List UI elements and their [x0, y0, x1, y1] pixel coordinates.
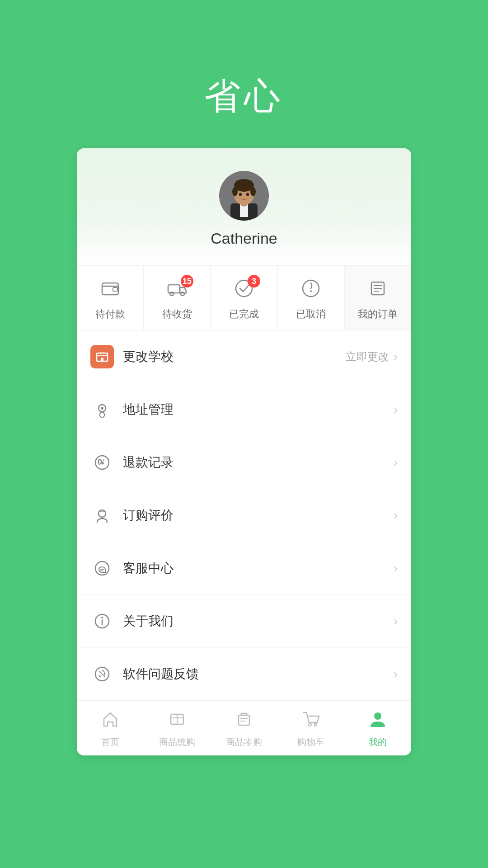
tab-completed[interactable]: 3 已完成	[211, 266, 277, 330]
chevron-icon: ›	[394, 614, 398, 628]
tab-completed-label: 已完成	[229, 307, 259, 321]
avatar[interactable]	[219, 171, 269, 221]
bulk-icon	[168, 710, 186, 732]
completed-badge: 3	[248, 275, 260, 288]
svg-point-42	[99, 675, 101, 677]
menu-item-feedback[interactable]: 软件问题反馈 ›	[77, 648, 411, 700]
menu-about-label: 关于我们	[123, 613, 394, 630]
svg-point-49	[309, 723, 311, 726]
svg-rect-11	[102, 283, 118, 295]
nav-mine[interactable]: 我的	[344, 701, 411, 755]
review-icon	[90, 504, 114, 527]
list-icon	[368, 278, 388, 303]
info-icon	[90, 609, 114, 633]
nav-bulk[interactable]: 商品统购	[144, 701, 211, 755]
menu-change-school-label: 更改学校	[123, 348, 346, 365]
svg-point-7	[232, 187, 238, 196]
menu-service-label: 客服中心	[123, 560, 394, 577]
menu-item-service[interactable]: 客服中心 ›	[77, 542, 411, 595]
app-title: 省心	[204, 72, 284, 121]
menu-item-refund[interactable]: ¥ 退款记录 ›	[77, 436, 411, 489]
menu-refund-label: 退款记录	[123, 454, 394, 471]
nav-home-label: 首页	[101, 736, 119, 748]
nav-retail-label: 商品零购	[226, 736, 262, 748]
nav-cart[interactable]: 购物车	[277, 701, 344, 755]
chevron-icon: ›	[394, 508, 398, 523]
menu-item-change-school[interactable]: 更改学校 立即更改 ›	[77, 330, 411, 383]
menu-item-about[interactable]: 关于我们 ›	[77, 595, 411, 648]
menu-address-label: 地址管理	[123, 401, 394, 418]
menu-change-school-action: 立即更改	[346, 349, 389, 364]
order-tabs: 待付款 15 待收货	[77, 265, 411, 330]
checkmark-icon: 3	[234, 278, 254, 303]
profile-header: Catherine	[77, 148, 411, 265]
person-icon	[369, 710, 387, 732]
svg-point-39	[101, 617, 103, 618]
svg-rect-14	[168, 285, 180, 293]
tab-my-orders-label: 我的订单	[358, 307, 398, 321]
tab-pending-payment-label: 待付款	[95, 307, 125, 321]
svg-rect-12	[113, 288, 117, 291]
menu-review-label: 订购评价	[123, 507, 394, 524]
svg-point-51	[374, 712, 381, 720]
menu-section: 更改学校 立即更改 › 地址管理 › ¥	[77, 330, 411, 700]
svg-point-30	[101, 407, 103, 410]
chevron-icon: ›	[394, 402, 398, 417]
svg-point-9	[239, 193, 242, 196]
menu-item-address[interactable]: 地址管理 ›	[77, 383, 411, 436]
chevron-icon: ›	[394, 455, 398, 470]
tab-cancelled[interactable]: 已取消	[278, 266, 345, 330]
cancel-icon	[301, 278, 321, 303]
school-icon	[90, 345, 114, 368]
svg-point-10	[246, 193, 249, 196]
username: Catherine	[211, 230, 277, 247]
svg-point-8	[250, 187, 256, 196]
chevron-icon: ›	[394, 667, 398, 681]
svg-point-34	[95, 561, 109, 575]
main-card: Catherine 待付款	[77, 148, 411, 755]
bottom-nav: 首页 商品统购 商品零购	[77, 700, 411, 755]
svg-point-50	[314, 723, 317, 726]
menu-item-review[interactable]: 订购评价 ›	[77, 489, 411, 542]
tab-pending-delivery-label: 待收货	[162, 307, 192, 321]
truck-icon: 15	[167, 278, 187, 303]
svg-rect-46	[239, 715, 249, 725]
location-icon	[90, 398, 114, 421]
tab-pending-delivery[interactable]: 15 待收货	[144, 266, 211, 330]
refund-icon: ¥	[90, 451, 114, 474]
service-icon	[90, 557, 114, 580]
home-icon	[101, 710, 119, 732]
nav-mine-label: 我的	[369, 736, 387, 748]
chevron-icon: ›	[394, 349, 398, 364]
tab-my-orders[interactable]: 我的订单	[345, 266, 411, 330]
nav-bulk-label: 商品统购	[159, 736, 195, 748]
nav-cart-label: 购物车	[297, 736, 324, 748]
nav-home[interactable]: 首页	[77, 701, 144, 755]
svg-point-15	[170, 292, 174, 296]
wallet-icon	[100, 278, 120, 303]
feedback-icon	[90, 662, 114, 686]
tab-cancelled-label: 已取消	[296, 307, 326, 321]
nav-retail[interactable]: 商品零购	[211, 701, 277, 755]
svg-point-16	[181, 292, 184, 296]
svg-rect-28	[101, 358, 103, 361]
retail-icon	[235, 710, 253, 732]
chevron-icon: ›	[394, 561, 398, 576]
menu-change-school-right: 立即更改 ›	[346, 349, 398, 364]
tab-pending-payment[interactable]: 待付款	[77, 266, 144, 330]
svg-point-19	[310, 290, 312, 292]
cart-icon	[302, 710, 320, 732]
menu-feedback-label: 软件问题反馈	[123, 665, 394, 683]
delivery-badge: 15	[181, 275, 193, 288]
